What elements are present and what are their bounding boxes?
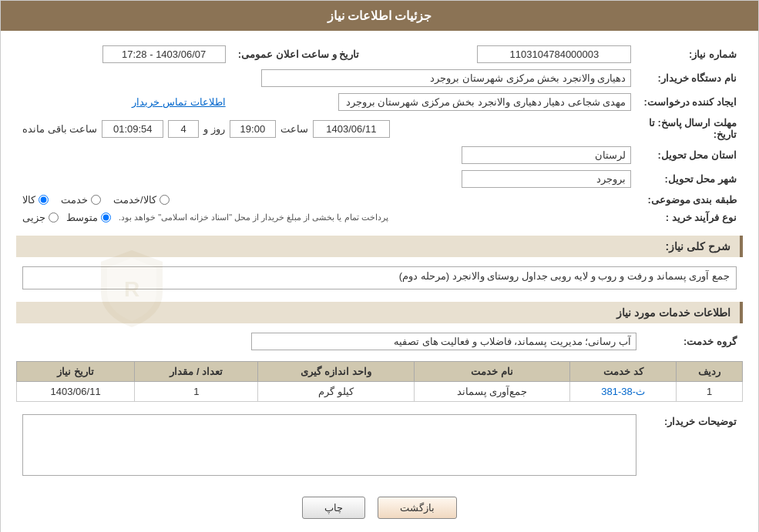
requester-value: مهدی شجاعی دهیار دهیاری والانجرد بخش مرک…: [232, 90, 638, 114]
province-label: استان محل تحویل:: [637, 143, 743, 167]
back-button[interactable]: بازگشت: [378, 497, 457, 519]
service-group-value: آب رسانی؛ مدیریت پسماند، فاضلاب و فعالیت…: [16, 330, 643, 353]
row-org-name: نام دستگاه خریدار: دهیاری والانجرد بخش م…: [16, 66, 743, 90]
purchase-jezyi-radio[interactable]: [49, 212, 59, 223]
org-name-label: نام دستگاه خریدار:: [637, 66, 743, 90]
row-purchase-type: نوع فرآیند خرید : جزیی متوسط پرداخت: [16, 209, 743, 226]
purchase-jezyi-label: جزیی: [22, 212, 45, 223]
deadline-label: مهلت ارسال پاسخ: تا تاریخ:: [637, 114, 743, 143]
col-header-code: کد خدمت: [570, 362, 677, 382]
table-cell-name: جمع‌آوری پسماند: [414, 382, 570, 402]
general-desc-section-title: شرح کلی نیاز:: [16, 236, 743, 257]
purchase-jezyi-option[interactable]: جزیی: [22, 212, 59, 223]
category-khadamat-option[interactable]: خدمت: [61, 194, 101, 206]
page-header: جزئیات اطلاعات نیاز: [1, 1, 758, 31]
buyer-notes-row: توضیحات خریدار:: [16, 411, 743, 481]
category-kala-khadamat-radio[interactable]: [160, 195, 170, 205]
category-options: کالا خدمت کالا/خدمت: [16, 191, 637, 209]
need-number-label: شماره نیاز:: [637, 42, 743, 66]
category-khadamat-label: خدمت: [61, 194, 88, 206]
table-cell-unit: کیلو گرم: [258, 382, 414, 402]
category-kala-khadamat-label: کالا/خدمت: [113, 194, 156, 206]
general-desc-area: جمع آوری پسماند و رفت و روب و لایه روبی …: [16, 263, 743, 293]
announcement-label: تاریخ و ساعت اعلان عمومی:: [232, 42, 366, 66]
org-name-value: دهیاری والانجرد بخش مرکزی شهرستان بروجرد: [16, 66, 637, 90]
category-khadamat-radio[interactable]: [91, 195, 101, 205]
category-label: طبقه بندی موضوعی:: [637, 191, 743, 209]
need-number-value: 1103104784000003: [365, 42, 637, 66]
deadline-days-display: 4: [168, 120, 199, 138]
deadline-days-label: روز و: [203, 123, 225, 135]
deadline-remaining-label: ساعت باقی مانده: [22, 123, 97, 135]
table-cell-count: 1: [135, 382, 258, 402]
buyer-notes-textarea[interactable]: [22, 414, 636, 476]
purchase-type-label: نوع فرآیند خرید :: [637, 209, 743, 226]
requester-display: مهدی شجاعی دهیار دهیاری والانجرد بخش مرک…: [338, 93, 631, 111]
deadline-time-display: 19:00: [230, 120, 276, 138]
deadline-date-display: 1403/06/11: [313, 120, 390, 138]
city-value: بروجرد: [16, 167, 637, 191]
purchase-mottasat-radio[interactable]: [101, 212, 111, 223]
org-name-display: دهیاری والانجرد بخش مرکزی شهرستان بروجرد: [261, 69, 631, 87]
page-title: جزئیات اطلاعات نیاز: [327, 9, 432, 22]
col-header-row: ردیف: [677, 362, 743, 382]
province-value: لرستان: [16, 143, 637, 167]
buyer-notes-label: توضیحات خریدار:: [643, 411, 743, 481]
category-kala-option[interactable]: کالا: [22, 194, 49, 206]
announcement-value: 1403/06/07 - 17:28: [16, 42, 232, 66]
action-buttons: چاپ بازگشت: [16, 497, 743, 519]
category-kala-label: کالا: [22, 194, 35, 206]
contact-link-cell[interactable]: اطلاعات تماس خریدار: [16, 90, 232, 114]
table-cell-code: ث-38-381: [570, 382, 677, 402]
announcement-display: 1403/06/07 - 17:28: [102, 45, 226, 63]
print-button[interactable]: چاپ: [302, 497, 365, 519]
col-header-count: تعداد / مقدار: [135, 362, 258, 382]
row-deadline: مهلت ارسال پاسخ: تا تاریخ: 1403/06/11 سا…: [16, 114, 743, 143]
contact-link[interactable]: اطلاعات تماس خریدار: [132, 96, 225, 108]
need-number-display: 1103104784000003: [477, 45, 631, 63]
requester-label: ایجاد کننده درخواست:: [637, 90, 743, 114]
table-cell-row: 1: [677, 382, 743, 402]
category-kala-khadamat-option[interactable]: کالا/خدمت: [113, 194, 170, 206]
table-cell-date: 1403/06/11: [17, 382, 135, 402]
row-need-number: شماره نیاز: 1103104784000003 تاریخ و ساع…: [16, 42, 743, 66]
city-display: بروجرد: [462, 170, 631, 188]
deadline-time-label: ساعت: [280, 123, 308, 135]
services-table: ردیف کد خدمت نام خدمت واحد اندازه گیری ت…: [16, 361, 743, 402]
col-header-date: تاریخ نیاز: [17, 362, 135, 382]
province-display: لرستان: [462, 146, 631, 164]
deadline-values: 1403/06/11 ساعت 19:00 روز و 4 01:09:54 س…: [16, 114, 637, 143]
purchase-mottasat-label: متوسط: [66, 212, 98, 223]
service-group-row: گروه خدمت: آب رسانی؛ مدیریت پسماند، فاضل…: [16, 330, 743, 353]
row-requester: ایجاد کننده درخواست: مهدی شجاعی دهیار ده…: [16, 90, 743, 114]
row-province: استان محل تحویل: لرستان: [16, 143, 743, 167]
services-table-header-row: ردیف کد خدمت نام خدمت واحد اندازه گیری ت…: [17, 362, 743, 382]
service-group-table: گروه خدمت: آب رسانی؛ مدیریت پسماند، فاضل…: [16, 330, 743, 353]
services-section-title: اطلاعات خدمات مورد نیاز: [16, 302, 743, 323]
row-city: شهر محل تحویل: بروجرد: [16, 167, 743, 191]
col-header-unit: واحد اندازه گیری: [258, 362, 414, 382]
purchase-type-note: پرداخت تمام یا بخشی از مبلغ خریدار از مح…: [119, 212, 388, 223]
buyer-notes-table: توضیحات خریدار:: [16, 411, 743, 481]
service-group-display: آب رسانی؛ مدیریت پسماند، فاضلاب و فعالیت…: [251, 333, 636, 350]
purchase-mottasat-option[interactable]: متوسط: [66, 212, 111, 223]
main-info-table: شماره نیاز: 1103104784000003 تاریخ و ساع…: [16, 42, 743, 226]
deadline-remaining-display: 01:09:54: [102, 120, 163, 138]
buyer-notes-value: [16, 411, 643, 481]
general-desc-value: جمع آوری پسماند و رفت و روب و لایه روبی …: [22, 266, 737, 289]
service-group-label: گروه خدمت:: [643, 330, 743, 353]
table-row: 1ث-38-381جمع‌آوری پسماندکیلو گرم11403/06…: [17, 382, 743, 402]
category-kala-radio[interactable]: [39, 195, 49, 205]
purchase-type-options: جزیی متوسط پرداخت تمام یا بخشی از مبلغ خ…: [16, 209, 637, 226]
row-category: طبقه بندی موضوعی: کالا خدمت: [16, 191, 743, 209]
col-header-name: نام خدمت: [414, 362, 570, 382]
city-label: شهر محل تحویل:: [637, 167, 743, 191]
